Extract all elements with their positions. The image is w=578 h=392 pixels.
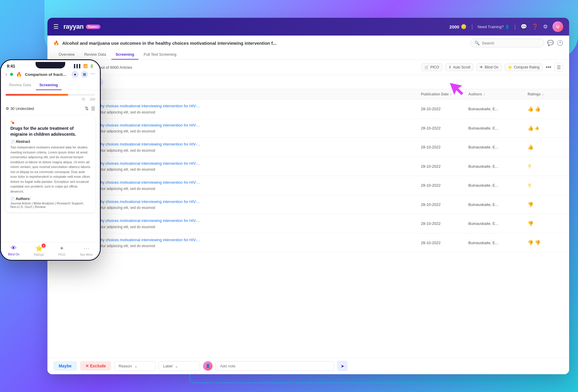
article-author-5: Buinauskaite, E... [468,183,528,188]
thumb-down-icon-3: 👎 [528,240,534,246]
tab-full-text[interactable]: Full Text Screening [140,50,181,60]
compute-rating-button[interactable]: ⭐ Compute Rating [504,63,543,71]
logo-badge: Teams+ [86,25,100,29]
phone-grid-icon: ⊞ [81,71,88,78]
action-bar: Maybe ✕ Exclude Reason ⌄ Label ⌄ 👤 ➤ [47,357,569,374]
article-subtitle-7: ...sum dolor sit amet, consectetur adipi… [53,224,421,230]
nav-bar: ☰ rayyan Teams+ 2000 🪙 | Need Training? … [47,18,569,36]
maybe-button[interactable]: Maybe [53,361,77,371]
phone-tab-blind-on[interactable]: 👁 Blind On [8,245,19,256]
article-subtitle-3: ...sum dolor sit amet, consectetur adipi… [53,148,421,153]
article-text-5: ...use outcomes in the healthy choices m… [53,180,421,191]
ratings-badge: ● [41,244,46,248]
phone-filter-icons: ⇅ ☰ [85,106,95,111]
th-authors-sort: ↓ [483,92,485,96]
th-pub-date-label: Publication Date [421,92,449,96]
exclude-button[interactable]: ✕ Exclude [80,361,111,371]
phone-back-button[interactable]: ‹ [6,72,7,77]
reason-select[interactable]: Reason ⌄ [114,361,156,371]
th-authors-label: Authors [468,92,482,96]
filter-icon: ☰ [557,65,561,70]
hamburger-menu[interactable]: ☰ [53,23,59,30]
see-more-tab-label: See More [80,253,92,256]
rating-icons-7: 👎 [528,221,563,226]
training-icon: 👤 [505,25,510,29]
annotation-icon[interactable]: 💬 [547,40,554,46]
auto-scroll-button[interactable]: ⇕ Auto Scroll [445,63,473,71]
table-row[interactable]: ...use outcomes in the healthy choices m… [47,157,569,176]
pico-icon: 🛒 [424,65,429,69]
label-text: Label [163,364,173,368]
phone-undecided-icon: ⚙ [6,106,10,111]
article-author-1: Buinauskaite, E... [468,107,528,111]
article-text-4: ...use outcomes in the healthy choices m… [53,161,421,172]
article-subtitle-2: ...sum dolor sit amet, consectetur adipi… [53,129,421,134]
table-row[interactable]: ...use outcomes in the healthy choices m… [47,233,569,253]
phone-tab-see-more[interactable]: ⋯ See More [80,245,92,256]
article-title-4: ...use outcomes in the healthy choices m… [53,161,421,167]
table-row[interactable]: ...use outcomes in the healthy choices m… [47,214,569,233]
phone-authors-icon: 📄 [10,197,16,201]
phone-article-card[interactable]: 💊 Drugs for the acute treatment of migra… [6,116,95,212]
pico-button[interactable]: 🛒 PICO [421,63,442,71]
add-note-input[interactable] [215,361,334,371]
phone-tab-screening[interactable]: Screening [36,80,62,90]
header-icon-group: 💬 🕐 [547,40,563,46]
settings-icon[interactable]: ⚙ [543,23,548,30]
label-select[interactable]: Label ⌄ [159,361,200,371]
article-title-3: ...use outcomes in the healthy choices m… [53,141,421,147]
phone-tab-pico[interactable]: ✦ PICO [58,245,65,256]
table-row[interactable]: ...use outcomes in the healthy choices m… [47,138,569,157]
nav-icon-group: 💬 ❓ ⚙ U [520,21,563,32]
tab-screening[interactable]: Screening [111,50,138,60]
phone-progress-labels: 70 100 [6,97,95,102]
signal-icon: ▌▌▌ [74,64,82,68]
phone-tab-review-data[interactable]: Review Data [6,80,35,90]
phone-tab-ratings[interactable]: ⭐ ● Ratings [34,245,44,256]
blind-on-label: Blind On [485,65,498,69]
phone-progress-fill [6,94,68,96]
action-avatar: 👤 [203,361,213,371]
project-emoji: 🔥 [53,40,59,46]
th-authors[interactable]: Authors ↓ [468,92,528,96]
thumb-down-icon-2: 👎 [528,221,534,226]
phone-sort-icon[interactable]: ⇅ [85,106,89,111]
table-row[interactable]: ...use outcomes in the healthy choices m… [47,119,569,138]
phone-authors-label: 📄 Authors: [10,197,90,201]
clock-icon[interactable]: 🕐 [557,40,563,46]
phone-filter-icon[interactable]: ☰ [91,106,95,111]
phone-undecided-label: ⚙ 30 Undecided [6,106,82,111]
ratings-tab-icon: ⭐ ● [35,245,43,252]
help-icon[interactable]: ❓ [532,23,538,30]
table-row[interactable]: ...use outcomes in the healthy choices m… [47,100,569,119]
article-text-2: ...use outcomes in the healthy choices m… [53,122,421,134]
user-avatar[interactable]: U [553,21,563,32]
article-subtitle-4: ...sum dolor sit amet, consectetur adipi… [53,167,421,172]
article-title-7: ...use outcomes in the healthy choices m… [53,218,421,224]
th-ratings-label: Ratings [528,92,541,96]
article-author-3: Buinauskaite, E... [468,145,528,149]
article-title-1: ...use outcomes in the healthy choices m… [53,103,421,109]
th-ratings[interactable]: Ratings ↓ [528,92,563,96]
table-row[interactable]: ...use outcomes in the healthy choices m… [47,176,569,195]
thumb-down-icon-4: 👎 [535,240,541,246]
send-button[interactable]: ➤ [337,361,348,371]
phone-abstract-label: 📄 Abstract [10,140,90,144]
tab-overview[interactable]: Overview [55,50,79,60]
more-options-button[interactable]: ••• [546,64,551,71]
filter-button[interactable]: ☰ [554,63,563,72]
search-icon: 🔍 [475,41,480,45]
blind-on-button[interactable]: 👁 Blind On [476,63,502,71]
th-ratings-sort: ↓ [542,92,544,96]
thumb-up-icon-4: 👍 [535,126,539,130]
tab-review-data[interactable]: Review Data [80,50,110,60]
chat-icon[interactable]: 💬 [520,23,527,30]
training-link[interactable]: Need Training? 👤 [478,25,510,29]
phone-status-dot [10,73,13,76]
see-more-tab-icon: ⋯ [83,245,89,252]
article-text-6: ...use outcomes in the healthy choices m… [53,199,421,211]
table-row[interactable]: ...use outcomes in the healthy choices m… [47,195,569,215]
ratings-tab-label: Ratings [34,253,44,256]
article-title-2: ...use outcomes in the healthy choices m… [53,122,421,128]
search-input[interactable] [482,41,535,45]
